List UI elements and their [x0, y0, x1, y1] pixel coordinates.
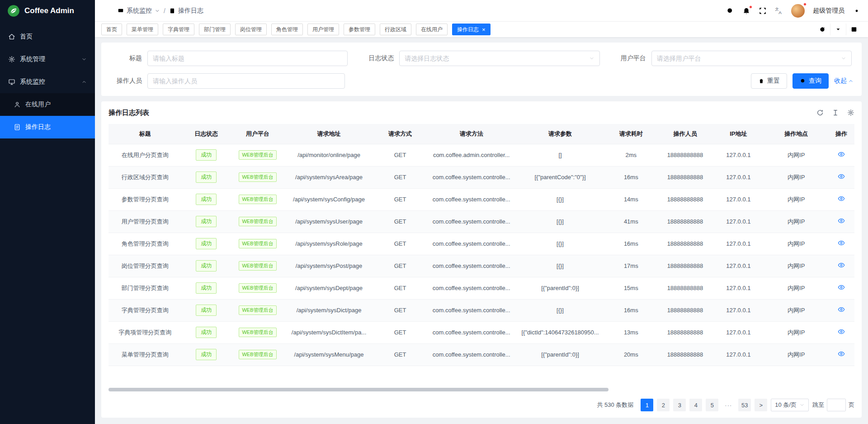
- logo[interactable]: Coffee Admin: [0, 0, 95, 22]
- tab-item[interactable]: 部门管理: [199, 24, 231, 35]
- view-detail-button[interactable]: [838, 151, 845, 158]
- sidebar-item-online-users[interactable]: 在线用户: [0, 93, 95, 116]
- cell-ip: 127.0.0.1: [712, 166, 764, 188]
- search-button[interactable]: [726, 7, 734, 15]
- status-select-input[interactable]: [405, 55, 586, 62]
- cell-location: 内网IP: [764, 188, 828, 210]
- content-fullscreen-button[interactable]: [846, 24, 862, 35]
- tab-item[interactable]: 岗位管理: [235, 24, 267, 35]
- sidebar-item-home[interactable]: 首页: [0, 25, 95, 48]
- page-button[interactable]: 1: [641, 399, 653, 411]
- cell-operator: 18888888888: [657, 277, 712, 299]
- refresh-tab-button[interactable]: [815, 24, 830, 35]
- cell-action: [828, 299, 854, 321]
- document-icon: [169, 8, 175, 14]
- page-button[interactable]: 2: [657, 399, 670, 411]
- chevron-down-icon: [589, 56, 594, 61]
- view-detail-button[interactable]: [838, 350, 845, 357]
- cell-location: 内网IP: [764, 210, 828, 233]
- cell-request-url: /api/monitor/online/page: [284, 144, 373, 166]
- sidebar-item-label: 首页: [20, 33, 33, 41]
- chevron-down-icon: [835, 26, 841, 33]
- language-button[interactable]: 文A: [775, 7, 783, 15]
- cell-status: 成功: [182, 299, 231, 321]
- tab-close-icon[interactable]: ×: [482, 27, 486, 33]
- column-settings-button[interactable]: [847, 109, 854, 116]
- view-detail-button[interactable]: [838, 217, 845, 224]
- page-button[interactable]: 4: [689, 399, 702, 411]
- collapse-filter-link[interactable]: 收起: [834, 77, 854, 85]
- tab-item[interactable]: 在线用户: [416, 24, 448, 35]
- reset-button[interactable]: 重置: [751, 73, 787, 89]
- view-detail-button[interactable]: [838, 239, 845, 247]
- document-icon: [14, 124, 21, 131]
- column-header: 请求方法: [427, 124, 516, 144]
- table-row: 参数管理分页查询成功WEB管理后台/api/system/sysConfig/p…: [108, 188, 854, 210]
- tab-item[interactable]: 操作日志×: [452, 24, 491, 35]
- page-button[interactable]: 53: [738, 399, 751, 411]
- view-detail-button[interactable]: [838, 306, 845, 313]
- collapse-sidebar-button[interactable]: [102, 7, 110, 15]
- table-density-button[interactable]: [832, 109, 839, 116]
- view-detail-button[interactable]: [838, 195, 845, 202]
- sidebar-item-system-mgmt[interactable]: 系统管理: [0, 48, 95, 71]
- panel-header: 操作日志列表: [108, 101, 854, 124]
- cell-operator: 18888888888: [657, 321, 712, 343]
- sidebar-item-op-log[interactable]: 操作日志: [0, 116, 95, 138]
- view-detail-button[interactable]: [838, 328, 845, 335]
- operator-input[interactable]: [153, 77, 340, 85]
- view-detail-button[interactable]: [838, 262, 845, 269]
- cell-request-url: /api/system/sysConfig/page: [284, 188, 373, 210]
- title-label: 标题: [108, 54, 147, 62]
- cell-request-function: com.coffee.system.controlle...: [427, 166, 516, 188]
- page-button[interactable]: 5: [706, 399, 718, 411]
- cell-location: 内网IP: [764, 277, 828, 299]
- platform-label: 用户平台: [613, 54, 651, 62]
- tab-item[interactable]: 用户管理: [307, 24, 339, 35]
- cell-platform: WEB管理后台: [231, 343, 285, 366]
- next-page-button[interactable]: >: [755, 399, 767, 411]
- tab-item[interactable]: 首页: [101, 24, 122, 35]
- cell-request-params: [{}]: [516, 299, 604, 321]
- tab-list: 首页菜单管理字典管理部门管理岗位管理角色管理用户管理参数管理行政区域在线用户操作…: [101, 24, 810, 35]
- tab-item[interactable]: 角色管理: [271, 24, 303, 35]
- monitor-icon: [8, 78, 15, 86]
- user-menu[interactable]: [791, 4, 805, 18]
- view-detail-button[interactable]: [838, 173, 845, 180]
- reset-label: 重置: [767, 77, 780, 85]
- column-header: 请求方式: [373, 124, 427, 144]
- tab-item[interactable]: 字典管理: [163, 24, 194, 35]
- sidebar-item-system-monitor[interactable]: 系统监控: [0, 71, 95, 93]
- status-select[interactable]: [399, 51, 599, 66]
- breadcrumb-item-monitor[interactable]: 系统监控: [118, 7, 160, 15]
- settings-button[interactable]: [853, 7, 861, 15]
- jump-page-input[interactable]: [827, 399, 846, 411]
- cell-platform: WEB管理后台: [231, 299, 285, 321]
- platform-select-input[interactable]: [657, 55, 838, 62]
- view-detail-button[interactable]: [838, 284, 845, 291]
- page-size-select[interactable]: 10 条/页: [771, 399, 809, 411]
- cell-request-function: com.coffee.system.controlle...: [427, 299, 516, 321]
- tab-item[interactable]: 行政区域: [380, 24, 411, 35]
- fullscreen-button[interactable]: [759, 7, 767, 15]
- cell-action: [828, 188, 854, 210]
- column-header: 标题: [108, 124, 182, 144]
- current-user-name[interactable]: 超级管理员: [813, 7, 844, 15]
- table-head-row: 标题日志状态用户平台请求地址请求方式请求方法请求参数请求耗时操作人员IP地址操作…: [108, 124, 854, 144]
- search-button[interactable]: 查询: [793, 73, 829, 89]
- eye-icon: [838, 306, 845, 313]
- breadcrumb-item-oplog[interactable]: 操作日志: [169, 7, 203, 15]
- notifications-button[interactable]: [742, 7, 750, 15]
- cell-status: 成功: [182, 166, 231, 188]
- title-input[interactable]: [153, 55, 342, 62]
- cell-duration: 2ms: [604, 144, 657, 166]
- cell-operator: 18888888888: [657, 210, 712, 233]
- tab-item[interactable]: 参数管理: [344, 24, 375, 35]
- tab-options-dropdown[interactable]: [830, 24, 846, 35]
- gear-icon: [8, 56, 15, 63]
- refresh-table-button[interactable]: [816, 109, 824, 116]
- platform-select[interactable]: [651, 51, 852, 66]
- page-button[interactable]: 3: [673, 399, 686, 411]
- scrollbar-thumb[interactable]: [108, 388, 609, 391]
- tab-item[interactable]: 菜单管理: [127, 24, 158, 35]
